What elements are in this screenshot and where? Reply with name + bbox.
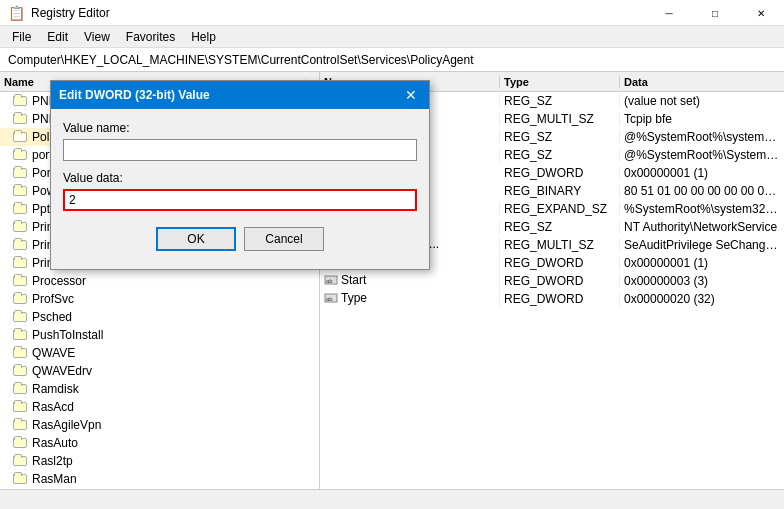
cancel-button[interactable]: Cancel [244,227,324,251]
dialog-title: Edit DWORD (32-bit) Value [59,88,210,102]
dialog-title-bar: Edit DWORD (32-bit) Value ✕ [51,81,429,109]
value-data-label: Value data: [63,171,417,185]
dialog-buttons: OK Cancel [63,221,417,261]
edit-dword-dialog: Edit DWORD (32-bit) Value ✕ Value name: … [50,80,430,270]
dialog-close-button[interactable]: ✕ [401,85,421,105]
ok-button[interactable]: OK [156,227,236,251]
value-data-input[interactable] [63,189,417,211]
dialog-overlay: Edit DWORD (32-bit) Value ✕ Value name: … [0,0,784,509]
value-name-input[interactable] [63,139,417,161]
dialog-body: Value name: Value data: OK Cancel [51,109,429,269]
value-name-label: Value name: [63,121,417,135]
